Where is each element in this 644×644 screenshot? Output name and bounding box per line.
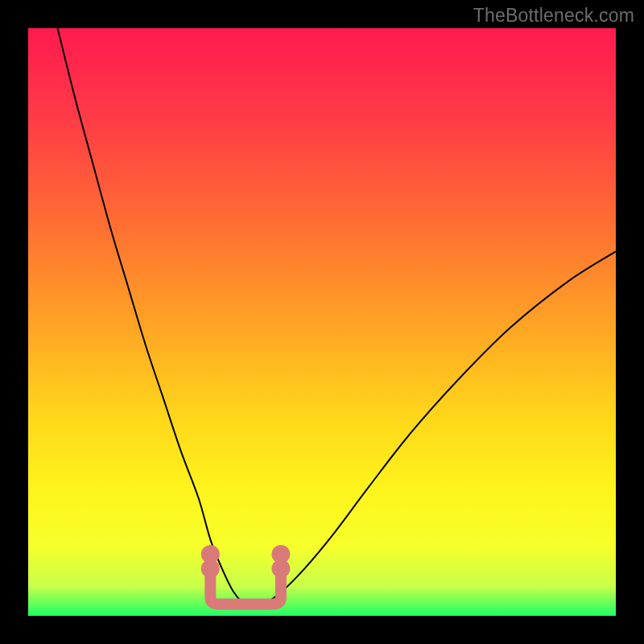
- chart-frame: TheBottleneck.com: [0, 0, 644, 644]
- valley-marker: [210, 573, 281, 604]
- curve-layer: [28, 28, 616, 616]
- valley-left-dot-upper: [204, 563, 216, 574]
- plot-area: [28, 28, 616, 616]
- valley-left-dot-lower: [204, 548, 216, 559]
- watermark-text: TheBottleneck.com: [473, 5, 634, 27]
- bottleneck-curve: [58, 28, 617, 605]
- valley-right-dot-upper: [275, 563, 287, 574]
- valley-right-dot-lower: [275, 548, 287, 559]
